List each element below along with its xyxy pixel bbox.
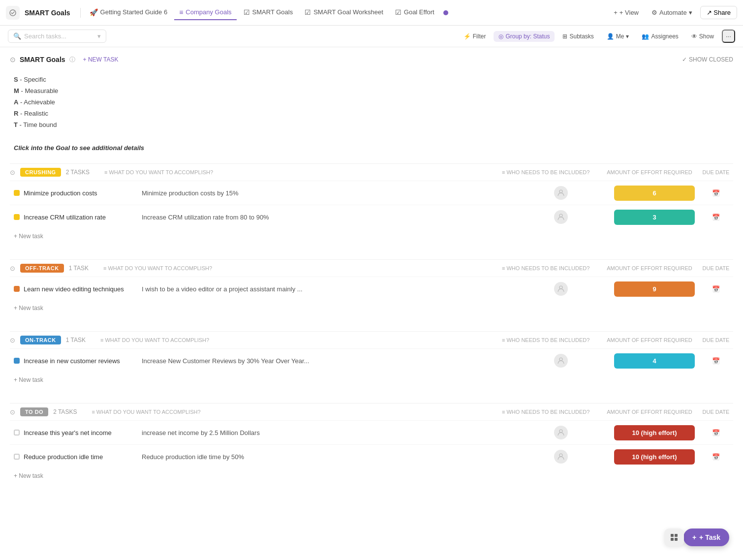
col-accomplish-crushing: ≡ WHAT DO YOU WANT TO ACCOMPLISH? — [104, 169, 497, 175]
smart-item-t: T - Time bound — [14, 119, 733, 130]
new-task-row[interactable]: + New task — [10, 301, 733, 315]
group-collapse-crushing[interactable]: ⊙ — [10, 169, 15, 176]
table-row[interactable]: Reduce production idle time Reduce produ… — [10, 444, 733, 468]
tab-getting-started[interactable]: 🚀 Getting Started Guide 6 — [85, 5, 173, 20]
more-button[interactable]: ··· — [722, 30, 735, 43]
avatar — [554, 186, 568, 200]
date-cell[interactable]: 📅 — [699, 424, 733, 441]
section-collapse-button[interactable]: ⊙ — [10, 56, 16, 63]
task-dot — [14, 454, 20, 460]
col-accomplish-to-do: ≡ WHAT DO YOU WANT TO ACCOMPLISH? — [92, 409, 497, 415]
effort-cell[interactable]: 9 — [610, 279, 699, 300]
calendar-icon[interactable]: 📅 — [712, 357, 720, 365]
table-row[interactable]: Increase in new customer reviews Increas… — [10, 348, 733, 373]
share-button[interactable]: ↗ Share — [700, 6, 737, 19]
company-goals-icon: ≡ — [179, 8, 183, 16]
subtasks-button[interactable]: ⊞ Subtasks — [557, 31, 598, 42]
effort-bar[interactable]: 9 — [614, 281, 695, 297]
group-by-button[interactable]: ◎ Group by: Status — [494, 31, 555, 42]
task-name[interactable]: Increase in new customer reviews — [24, 357, 120, 365]
col-included-on-track: ≡ WHO NEEDS TO BE INCLUDED? — [502, 337, 600, 343]
date-cell[interactable]: 📅 — [699, 448, 733, 466]
task-name[interactable]: Minimize production costs — [24, 189, 97, 197]
calendar-icon[interactable]: 📅 — [712, 285, 720, 293]
effort-cell[interactable]: 10 (high effort) — [610, 422, 699, 443]
tab-goal-effort[interactable]: ☑ Goal Effort — [390, 5, 439, 20]
group-crushing: ⊙ CRUSHING 2 TASKS ≡ WHAT DO YOU WANT TO… — [10, 163, 733, 244]
group-collapse-to-do[interactable]: ⊙ — [10, 408, 15, 416]
show-button[interactable]: 👁 Show — [686, 31, 719, 42]
calendar-icon[interactable]: 📅 — [712, 214, 720, 221]
effort-cell[interactable]: 3 — [610, 207, 699, 228]
main-content: ⊙ SMART Goals ⓘ + NEW TASK ✓ SHOW CLOSED… — [0, 47, 743, 507]
section-header: ⊙ SMART Goals ⓘ + NEW TASK ✓ SHOW CLOSED — [10, 55, 733, 64]
effort-bar[interactable]: 6 — [614, 186, 695, 201]
assignee-cell[interactable] — [512, 421, 610, 444]
task-name[interactable]: Increase this year's net income — [24, 429, 112, 436]
me-button[interactable]: 👤 Me ▾ — [602, 31, 634, 42]
new-task-row[interactable]: + New task — [10, 373, 733, 387]
date-cell[interactable]: 📅 — [699, 280, 733, 298]
task-name[interactable]: Increase CRM utilization rate — [24, 214, 106, 221]
task-name-cell: Increase CRM utilization rate — [10, 209, 138, 226]
group-header-crushing: ⊙ CRUSHING 2 TASKS ≡ WHAT DO YOU WANT TO… — [10, 163, 733, 181]
group-collapse-on-track[interactable]: ⊙ — [10, 337, 15, 344]
date-cell[interactable]: 📅 — [699, 185, 733, 202]
assignee-cell[interactable] — [512, 205, 610, 229]
new-task-button[interactable]: + NEW TASK — [79, 55, 123, 64]
date-cell[interactable]: 📅 — [699, 209, 733, 226]
task-dot — [14, 214, 20, 220]
table-row[interactable]: Increase CRM utilization rate Increase C… — [10, 205, 733, 229]
svg-point-5 — [559, 430, 562, 433]
task-count-off-track: 1 TASK — [69, 265, 89, 272]
new-task-row[interactable]: + New task — [10, 229, 733, 244]
effort-cell[interactable]: 10 (high effort) — [610, 446, 699, 467]
effort-cell[interactable]: 4 — [610, 350, 699, 372]
assignee-cell[interactable] — [512, 277, 610, 301]
svg-point-4 — [559, 358, 562, 361]
status-badge-to-do[interactable]: TO DO — [20, 407, 48, 416]
status-badge-on-track[interactable]: ON-TRACK — [20, 336, 61, 344]
tab-smart-worksheet[interactable]: ☑ SMART Goal Worksheet — [300, 5, 388, 20]
assignees-icon: 👥 — [642, 33, 649, 40]
effort-bar[interactable]: 3 — [614, 210, 695, 225]
calendar-icon[interactable]: 📅 — [712, 453, 720, 461]
task-name[interactable]: Reduce production idle time — [24, 453, 103, 461]
chevron-down-icon: ▾ — [626, 33, 629, 40]
calendar-icon[interactable]: 📅 — [712, 189, 720, 197]
show-closed-button[interactable]: ✓ SHOW CLOSED — [682, 56, 733, 63]
new-task-row[interactable]: + New task — [10, 468, 733, 483]
chevron-down-icon: ▾ — [689, 9, 692, 16]
effort-bar[interactable]: 10 (high effort) — [614, 449, 695, 465]
search-bar[interactable]: 🔍 Search tasks... ▾ — [8, 30, 106, 43]
status-badge-off-track[interactable]: OFF-TRACK — [20, 264, 64, 273]
table-row[interactable]: Learn new video editing techniques I wis… — [10, 277, 733, 301]
avatar — [554, 426, 568, 439]
task-name[interactable]: Learn new video editing techniques — [24, 285, 124, 293]
task-name-cell: Increase this year's net income — [10, 424, 138, 441]
status-badge-crushing[interactable]: CRUSHING — [20, 168, 61, 177]
group-collapse-off-track[interactable]: ⊙ — [10, 265, 15, 272]
tab-smart-goals[interactable]: ☑ SMART Goals — [239, 5, 298, 20]
effort-cell[interactable]: 6 — [610, 183, 699, 204]
avatar — [554, 282, 568, 296]
info-icon[interactable]: ⓘ — [69, 56, 75, 64]
col-date-crushing: DUE DATE — [699, 169, 733, 175]
assignee-cell[interactable] — [512, 181, 610, 205]
assignees-button[interactable]: 👥 Assignees — [637, 31, 683, 42]
tab-company-goals[interactable]: ≡ Company Goals — [174, 5, 236, 20]
table-row[interactable]: Minimize production costs Minimize produ… — [10, 181, 733, 205]
filter-button[interactable]: ⚡ Filter — [459, 31, 491, 42]
assignee-cell[interactable] — [512, 349, 610, 373]
effort-bar[interactable]: 4 — [614, 353, 695, 369]
effort-bar[interactable]: 10 (high effort) — [614, 425, 695, 440]
calendar-icon[interactable]: 📅 — [712, 429, 720, 436]
date-cell[interactable]: 📅 — [699, 352, 733, 370]
section-title-area: ⊙ SMART Goals ⓘ + NEW TASK — [10, 55, 122, 64]
table-row[interactable]: Increase this year's net income increase… — [10, 420, 733, 444]
col-date-on-track: DUE DATE — [699, 337, 733, 343]
task-accomplish: I wish to be a video editor or a project… — [138, 280, 512, 298]
automate-button[interactable]: ⚙ Automate ▾ — [647, 6, 697, 19]
assignee-cell[interactable] — [512, 445, 610, 468]
view-button[interactable]: + + View — [609, 6, 644, 19]
